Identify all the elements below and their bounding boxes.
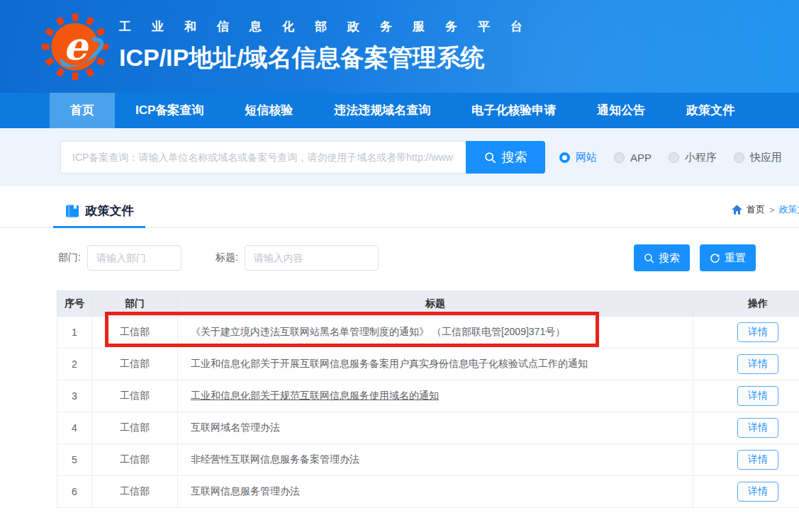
scope-label: APP xyxy=(630,152,652,164)
title-filter-input[interactable] xyxy=(245,245,379,271)
nav-item-sms-verify[interactable]: 短信核验 xyxy=(224,93,313,128)
row-dept: 工信部 xyxy=(92,444,178,476)
row-dept: 工信部 xyxy=(92,317,178,349)
filter-row: 部门: 标题: 搜索 重置 xyxy=(0,244,799,271)
home-icon xyxy=(732,205,742,215)
row-title: 《关于建立境内违法互联网站黑名单管理制度的通知》 （工信部联电管[2009]37… xyxy=(178,317,693,349)
row-title: 工业和信息化部关于规范互联网信息服务使用域名的通知 xyxy=(178,380,693,412)
row-dept: 工信部 xyxy=(92,476,178,508)
policy-title-link[interactable]: 非经营性互联网信息服务备案管理办法 xyxy=(191,453,359,465)
row-dept: 工信部 xyxy=(92,412,178,444)
breadcrumb-separator: > xyxy=(769,205,775,215)
row-title: 非经营性互联网信息服务备案管理办法 xyxy=(178,444,693,476)
radio-icon xyxy=(614,152,625,163)
book-icon xyxy=(65,204,79,218)
row-number: 1 xyxy=(57,317,92,349)
title-filter-label: 标题: xyxy=(216,251,238,264)
icp-search-band: 搜索 网站 APP 小程序 快应用 xyxy=(0,128,799,186)
filter-reset-button[interactable]: 重置 xyxy=(700,244,756,271)
row-number: 3 xyxy=(57,380,92,412)
search-icon xyxy=(484,152,496,164)
breadcrumb: 首页 > 政策文件 xyxy=(732,203,799,216)
row-title: 互联网信息服务管理办法 xyxy=(178,476,693,508)
refresh-icon xyxy=(710,253,720,264)
policy-title-link[interactable]: 工业和信息化部关于规范互联网信息服务使用域名的通知 xyxy=(191,390,439,401)
tab-policy-files[interactable]: 政策文件 xyxy=(53,196,145,228)
row-number: 6 xyxy=(57,476,92,508)
row-title: 工业和信息化部关于开展互联网信息服务备案用户真实身份信息电子化核验试点工作的通知 xyxy=(178,349,693,380)
table-row: 5 工信部 非经营性互联网信息服务备案管理办法 详情 xyxy=(57,444,799,476)
table-row: 3 工信部 工业和信息化部关于规范互联网信息服务使用域名的通知 详情 xyxy=(57,380,799,412)
miit-gear-logo-icon: e xyxy=(41,13,109,81)
row-number: 4 xyxy=(57,412,92,444)
radio-icon xyxy=(669,152,679,163)
table-row: 2 工信部 工业和信息化部关于开展互联网信息服务备案用户真实身份信息电子化核验试… xyxy=(57,349,799,380)
policy-title-link[interactable]: 《关于建立境内违法互联网站黑名单管理制度的通知》 （工信部联电管[2009]37… xyxy=(191,326,565,337)
policy-table: 序号 部门 标题 操作 1 工信部 《关于建立境内违法互联网站黑名单管理制度的通… xyxy=(57,290,799,508)
icp-search-button[interactable]: 搜索 xyxy=(466,141,545,174)
col-header-op: 操作 xyxy=(693,291,799,317)
dept-filter-label: 部门: xyxy=(58,251,81,264)
table-row: 4 工信部 互联网域名管理办法 详情 xyxy=(57,412,799,444)
content-area: 政策文件 首页 > 政策文件 部门: 标题: 搜索 xyxy=(0,186,799,508)
col-header-no: 序号 xyxy=(57,291,92,317)
scope-radio-quickapp[interactable]: 快应用 xyxy=(734,151,782,164)
scope-label: 小程序 xyxy=(685,151,717,164)
breadcrumb-home-link[interactable]: 首页 xyxy=(747,203,765,216)
table-header-row: 序号 部门 标题 操作 xyxy=(57,291,799,317)
table-row: 6 工信部 互联网信息服务管理办法 详情 xyxy=(57,476,799,508)
nav-item-home[interactable]: 首页 xyxy=(50,93,115,128)
row-title: 互联网域名管理办法 xyxy=(178,412,693,444)
search-icon xyxy=(644,253,654,264)
detail-button[interactable]: 详情 xyxy=(737,354,778,374)
filter-actions: 搜索 重置 xyxy=(634,244,756,271)
nav-item-notices[interactable]: 通知公告 xyxy=(576,93,666,128)
row-number: 5 xyxy=(57,444,92,476)
scope-radio-miniprogram[interactable]: 小程序 xyxy=(669,151,717,164)
filter-search-button[interactable]: 搜索 xyxy=(634,244,690,271)
row-number: 2 xyxy=(57,349,92,380)
policy-title-link[interactable]: 互联网域名管理办法 xyxy=(191,421,280,433)
scope-radio-app[interactable]: APP xyxy=(614,152,652,164)
filter-search-label: 搜索 xyxy=(659,251,680,265)
nav-item-illegal-domain-query[interactable]: 违法违规域名查询 xyxy=(313,93,451,128)
row-dept: 工信部 xyxy=(92,380,178,412)
detail-button[interactable]: 详情 xyxy=(737,450,778,470)
site-header: e 工业和信息化部政务服务平台 ICP/IP地址/域名信息备案管理系统 xyxy=(0,0,799,93)
policy-title-link[interactable]: 工业和信息化部关于开展互联网信息服务备案用户真实身份信息电子化核验试点工作的通知 xyxy=(191,358,588,369)
nav-item-icp-query[interactable]: ICP备案查询 xyxy=(115,93,224,128)
detail-button[interactable]: 详情 xyxy=(737,386,778,406)
main-nav: 首页 ICP备案查询 短信核验 违法违规域名查询 电子化核验申请 通知公告 政策… xyxy=(0,93,799,128)
search-scope-group: 网站 APP 小程序 快应用 xyxy=(559,151,799,164)
dept-filter-input[interactable] xyxy=(87,245,181,271)
col-header-dept: 部门 xyxy=(92,291,178,317)
icp-search-input[interactable] xyxy=(60,141,466,174)
filter-reset-label: 重置 xyxy=(725,251,746,265)
row-dept: 工信部 xyxy=(92,349,178,380)
icp-search-button-label: 搜索 xyxy=(502,149,527,166)
radio-icon xyxy=(559,152,570,163)
detail-button[interactable]: 详情 xyxy=(737,482,778,502)
detail-button[interactable]: 详情 xyxy=(737,418,778,438)
radio-icon xyxy=(734,152,744,163)
scope-label: 网站 xyxy=(576,151,597,164)
page-title: ICP/IP地址/域名信息备案管理系统 xyxy=(119,42,543,74)
breadcrumb-current-link[interactable]: 政策文件 xyxy=(779,203,799,216)
section-tab-row: 政策文件 首页 > 政策文件 xyxy=(0,186,799,228)
section-title: 政策文件 xyxy=(86,203,134,219)
platform-subtitle: 工业和信息化部政务服务平台 xyxy=(119,18,543,35)
nav-item-policy-files[interactable]: 政策文件 xyxy=(666,93,755,128)
nav-item-electronic-verify[interactable]: 电子化核验申请 xyxy=(451,93,576,128)
scope-radio-website[interactable]: 网站 xyxy=(559,151,597,164)
detail-button[interactable]: 详情 xyxy=(737,322,778,342)
svg-text:e: e xyxy=(63,24,89,69)
policy-title-link[interactable]: 互联网信息服务管理办法 xyxy=(191,485,300,497)
table-row: 1 工信部 《关于建立境内违法互联网站黑名单管理制度的通知》 （工信部联电管[2… xyxy=(57,317,799,349)
scope-label: 快应用 xyxy=(750,151,782,164)
col-header-title: 标题 xyxy=(178,291,693,317)
